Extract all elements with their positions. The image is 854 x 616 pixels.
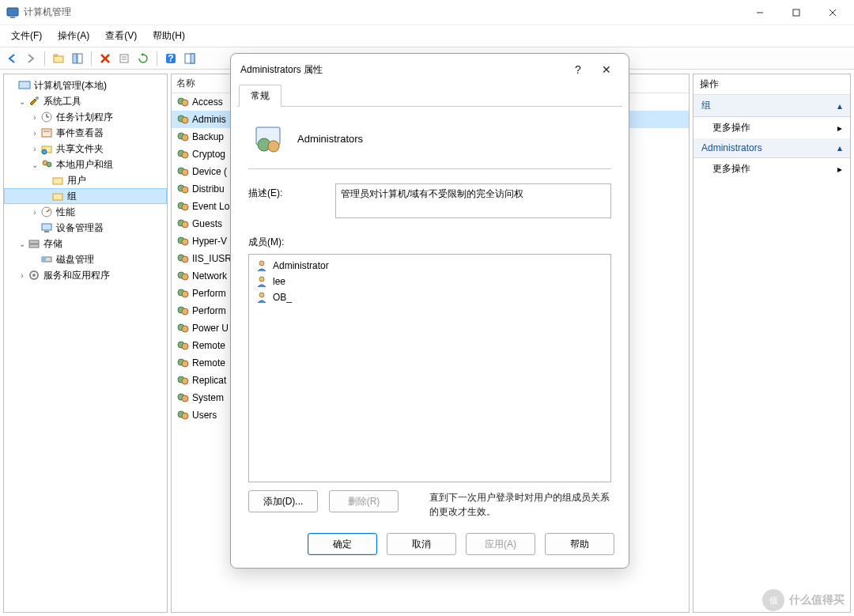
svg-point-54 [182, 204, 188, 210]
tree-event-viewer[interactable]: ›事件查看器 [4, 125, 167, 141]
action-more-ops-1[interactable]: 更多操作▸ [693, 117, 850, 138]
tree-system-tools[interactable]: ⌄系统工具 [4, 93, 167, 109]
tree-device-manager[interactable]: 设备管理器 [4, 220, 167, 236]
tree-services-apps[interactable]: ›服务和应用程序 [4, 267, 167, 283]
app-icon [6, 6, 19, 19]
list-item-label: Backup [192, 131, 224, 142]
nav-forward-icon[interactable] [22, 50, 40, 67]
svg-point-84 [259, 293, 264, 297]
svg-point-48 [182, 152, 188, 158]
list-item-label: Device ( [192, 166, 227, 177]
tree-disk-management[interactable]: 磁盘管理 [4, 251, 167, 267]
tree-task-scheduler[interactable]: ›任务计划程序 [4, 109, 167, 125]
action-more-ops-2[interactable]: 更多操作▸ [693, 158, 850, 180]
properties-icon[interactable] [115, 50, 133, 67]
delete-icon[interactable] [96, 50, 114, 67]
tree-pane[interactable]: 计算机管理(本地) ⌄系统工具 ›任务计划程序 ›事件查看器 ›共享文件夹 ⌄本… [3, 74, 168, 613]
menu-help[interactable]: 帮助(H) [145, 26, 193, 46]
tab-general[interactable]: 常规 [239, 85, 282, 107]
dialog-tabs: 常规 [231, 84, 629, 106]
list-item-label: Remote [192, 340, 225, 351]
dialog-help-button[interactable]: ? [564, 63, 592, 76]
action-pane-header: 操作 [693, 74, 850, 95]
folder-up-icon[interactable] [50, 50, 67, 67]
tree-shared-folders[interactable]: ›共享文件夹 [4, 141, 167, 157]
tree-performance[interactable]: ›性能 [4, 204, 167, 220]
titlebar: 计算机管理 [0, 0, 854, 25]
list-item-label: Power U [192, 323, 229, 334]
tree-storage[interactable]: ⌄存储 [4, 236, 167, 251]
group-icon [176, 339, 189, 352]
member-item[interactable]: lee [252, 274, 607, 289]
nav-back-icon[interactable] [3, 50, 21, 67]
list-item-label: Adminis [192, 114, 226, 125]
svg-point-68 [182, 326, 188, 332]
maximize-button[interactable] [778, 1, 814, 25]
tree-root[interactable]: 计算机管理(本地) [4, 77, 167, 93]
svg-rect-30 [53, 194, 62, 200]
dialog-titlebar: Administrators 属性 ? ✕ [231, 54, 629, 85]
svg-point-60 [182, 256, 188, 263]
members-listbox[interactable]: AdministratorleeOB_ [248, 254, 611, 482]
group-icon [176, 165, 189, 178]
svg-rect-6 [54, 56, 63, 62]
toolbar-separator [44, 51, 45, 66]
chevron-right-icon: ▸ [837, 164, 842, 175]
svg-point-64 [182, 291, 188, 297]
description-input[interactable]: 管理员对计算机/域有不受限制的完全访问权 [335, 183, 611, 218]
tree-label: 共享文件夹 [56, 142, 104, 156]
dialog-close-button[interactable]: ✕ [592, 63, 621, 76]
svg-rect-0 [7, 8, 18, 16]
minimize-button[interactable] [742, 1, 778, 25]
refresh-icon[interactable] [134, 50, 152, 67]
group-icon [176, 96, 189, 108]
menu-file[interactable]: 文件(F) [3, 26, 50, 46]
svg-point-56 [182, 221, 188, 228]
show-hide-icon[interactable] [69, 50, 86, 67]
help-button[interactable]: 帮助 [545, 533, 614, 555]
action-category-admins[interactable]: Administrators▴ [693, 138, 850, 158]
group-icon [176, 183, 189, 195]
apply-button[interactable]: 应用(A) [466, 533, 535, 555]
help-icon[interactable]: ? [162, 50, 179, 67]
member-item[interactable]: Administrator [252, 258, 607, 274]
menu-view[interactable]: 查看(V) [97, 26, 145, 46]
remove-button[interactable]: 删除(R) [329, 490, 399, 512]
tree-label: 任务计划程序 [56, 111, 113, 124]
svg-point-66 [182, 308, 188, 315]
tree-local-users-groups[interactable]: ⌄本地用户和组 [4, 157, 167, 172]
tree-groups[interactable]: 组 [4, 188, 167, 204]
add-button[interactable]: 添加(D)... [248, 490, 318, 512]
ok-button[interactable]: 确定 [308, 533, 377, 555]
list-item-label: IIS_IUSR [192, 253, 232, 264]
svg-point-83 [259, 277, 264, 282]
svg-rect-33 [42, 224, 51, 230]
group-icon [176, 200, 189, 213]
user-icon [255, 275, 268, 288]
close-button[interactable] [814, 1, 851, 25]
svg-rect-29 [53, 178, 62, 184]
action-pane: 操作 组▴ 更多操作▸ Administrators▴ 更多操作▸ [693, 74, 851, 613]
list-item-label: Network [192, 270, 227, 282]
group-icon [176, 235, 189, 248]
member-item[interactable]: OB_ [252, 289, 607, 305]
action-category-groups[interactable]: 组▴ [693, 95, 850, 117]
dialog-title: Administrators 属性 [239, 63, 564, 77]
chevron-up-icon: ▴ [837, 142, 842, 153]
action-pane-icon[interactable] [181, 50, 198, 67]
list-item-label: Access [192, 96, 223, 108]
svg-point-28 [47, 162, 51, 167]
tree-users[interactable]: 用户 [4, 172, 167, 188]
group-icon [176, 113, 189, 126]
list-item-label: Hyper-V [192, 236, 227, 247]
tree-label: 用户 [67, 174, 86, 187]
group-icon [176, 409, 189, 421]
menu-action[interactable]: 操作(A) [50, 26, 97, 46]
svg-point-46 [182, 134, 188, 141]
tree-label: 事件查看器 [56, 127, 104, 140]
cancel-button[interactable]: 取消 [387, 533, 456, 555]
members-label: 成员(M): [248, 232, 321, 249]
svg-point-19 [36, 96, 39, 100]
tree-label: 设备管理器 [56, 221, 104, 235]
action-label: 更多操作 [712, 121, 750, 134]
